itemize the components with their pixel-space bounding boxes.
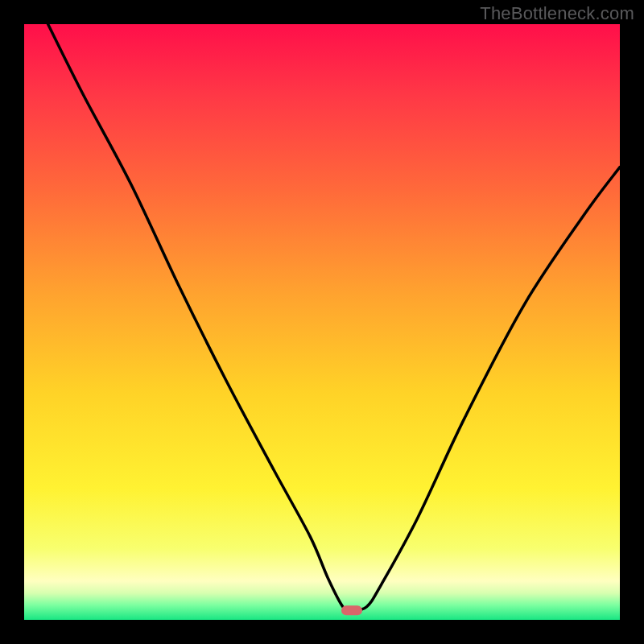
optimum-marker <box>341 605 362 615</box>
bottleneck-chart <box>24 24 620 620</box>
chart-frame: TheBottleneck.com <box>0 0 644 644</box>
plot-area <box>24 24 620 620</box>
watermark-text: TheBottleneck.com <box>480 3 634 24</box>
gradient-background <box>24 24 620 620</box>
